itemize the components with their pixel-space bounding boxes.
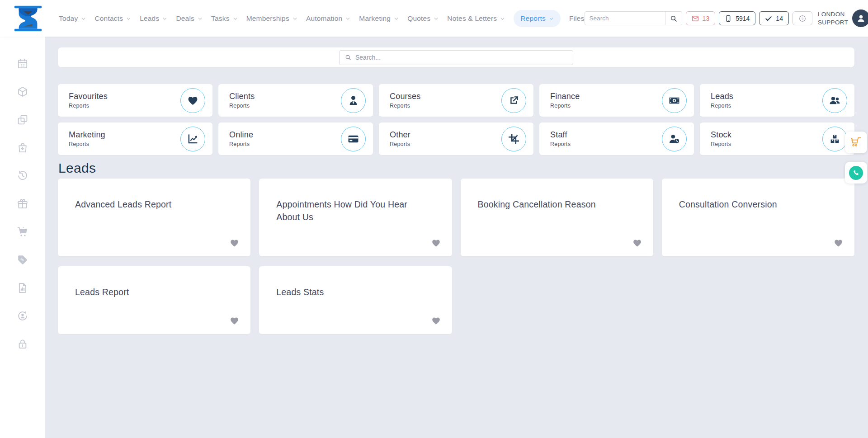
category-card-stock[interactable]: Stock Reports	[700, 122, 854, 155]
category-title: Courses	[390, 92, 501, 101]
report-card-advanced-leads-report[interactable]: Advanced Leads Report	[58, 179, 250, 256]
nav-item-automation[interactable]: Automation	[306, 14, 350, 23]
tasks-badge[interactable]: 14	[759, 11, 789, 25]
favourite-heart-button[interactable]	[632, 238, 642, 248]
sidebar-item-calendar[interactable]	[17, 58, 28, 70]
category-icon-circle	[180, 127, 205, 151]
report-card-consultation-conversion[interactable]: Consultation Conversion	[662, 179, 854, 256]
category-subtitle: Reports	[390, 103, 501, 109]
category-card-staff[interactable]: Staff Reports	[539, 122, 694, 155]
category-card-finance[interactable]: Finance Reports	[539, 84, 694, 117]
report-card-booking-cancellation-reason[interactable]: Booking Cancellation Reason	[461, 179, 653, 256]
sidebar-item-gift[interactable]	[17, 198, 28, 210]
heart-icon	[632, 238, 642, 248]
category-icon-circle	[341, 88, 366, 113]
category-title: Staff	[550, 130, 662, 140]
messages-badge[interactable]: 13	[686, 11, 716, 25]
user-menu[interactable]: LONDON SUPPORT	[818, 9, 868, 27]
sidebar-item-history[interactable]	[17, 170, 28, 182]
chevron-down-icon	[162, 16, 167, 21]
category-title: Marketing	[69, 130, 180, 140]
report-list: Advanced Leads Report Appointments How D…	[58, 179, 854, 334]
category-subtitle: Reports	[229, 103, 341, 109]
cube-icon	[17, 86, 28, 98]
favourite-heart-button[interactable]	[230, 316, 239, 325]
nav-item-quotes[interactable]: Quotes	[407, 14, 439, 23]
lock-icon	[17, 338, 28, 350]
sidebar-item-report-document[interactable]	[17, 282, 28, 294]
category-icon-circle	[501, 127, 526, 151]
nav-item-contacts[interactable]: Contacts	[94, 14, 131, 23]
sidebar-item-lock[interactable]	[17, 338, 28, 350]
sidebar-item-price-tag[interactable]	[17, 254, 28, 266]
header-search-button[interactable]	[665, 12, 682, 25]
content-search-input[interactable]	[355, 54, 567, 61]
category-card-favourites[interactable]: Favourites Reports	[58, 84, 212, 117]
report-card-leads-report[interactable]: Leads Report	[58, 266, 250, 334]
nav-item-label: Contacts	[94, 14, 123, 23]
chevron-down-icon	[292, 16, 297, 21]
nav-item-files[interactable]: Files	[569, 14, 585, 23]
category-title: Finance	[550, 92, 662, 101]
phone-circle	[849, 166, 863, 180]
app-logo[interactable]	[12, 5, 44, 32]
sidebar-item-cart[interactable]	[17, 226, 28, 238]
favourite-heart-button[interactable]	[431, 316, 441, 325]
header-search	[585, 11, 682, 25]
report-title: Appointments How Did You Hear About Us	[276, 198, 433, 223]
sidebar-item-copy[interactable]	[17, 114, 28, 126]
boxes-icon	[829, 133, 840, 145]
gift-icon	[17, 198, 28, 210]
nav-item-label: Notes & Letters	[447, 14, 497, 23]
category-card-courses[interactable]: Courses Reports	[379, 84, 533, 117]
category-title: Favourites	[69, 92, 180, 101]
nav-item-tasks[interactable]: Tasks	[211, 14, 238, 23]
help-button[interactable]	[793, 11, 812, 25]
report-card-appointments-how-did-you-hear-about-us[interactable]: Appointments How Did You Hear About Us	[259, 179, 452, 256]
category-subtitle: Reports	[711, 141, 822, 147]
content-search-panel	[58, 47, 854, 67]
phone-button[interactable]	[845, 162, 867, 184]
calls-badge[interactable]: 5914	[719, 11, 755, 25]
nav-item-label: Files	[569, 14, 585, 23]
category-card-marketing[interactable]: Marketing Reports	[58, 122, 212, 155]
nav-item-label: Marketing	[359, 14, 391, 23]
category-subtitle: Reports	[550, 141, 662, 147]
report-category-grid: Favourites Reports Clients Reports Cours…	[58, 84, 854, 155]
category-icon-circle	[822, 88, 847, 113]
user-tie-icon	[348, 95, 359, 106]
category-card-other[interactable]: Other Reports	[379, 122, 533, 155]
header-search-input[interactable]	[585, 15, 665, 22]
sidebar-item-shopping-bag[interactable]	[17, 142, 28, 154]
nav-item-label: Reports	[520, 14, 546, 23]
category-subtitle: Reports	[550, 103, 662, 109]
category-card-clients[interactable]: Clients Reports	[218, 84, 373, 117]
favourite-heart-button[interactable]	[230, 238, 239, 248]
nav-item-label: Quotes	[407, 14, 430, 23]
nav-item-memberships[interactable]: Memberships	[246, 14, 297, 23]
price-tag-icon	[17, 254, 28, 266]
category-subtitle: Reports	[711, 103, 822, 109]
category-card-online[interactable]: Online Reports	[218, 122, 373, 155]
sidebar-item-cube[interactable]	[17, 86, 28, 98]
nav-item-leads[interactable]: Leads	[140, 14, 167, 23]
favourite-heart-button[interactable]	[431, 238, 441, 248]
nav-item-marketing[interactable]: Marketing	[359, 14, 399, 23]
nav-item-reports[interactable]: Reports	[514, 10, 561, 27]
nav-item-deals[interactable]: Deals	[176, 14, 203, 23]
category-card-leads[interactable]: Leads Reports	[700, 84, 854, 117]
external-link-icon	[508, 95, 519, 106]
cart-button[interactable]	[845, 132, 867, 153]
chevron-down-icon	[233, 16, 238, 21]
heart-icon	[230, 316, 239, 325]
category-title: Stock	[711, 130, 822, 140]
report-title: Booking Cancellation Reason	[478, 198, 634, 211]
sidebar-item-user-sync[interactable]	[17, 310, 28, 322]
favourite-heart-button[interactable]	[834, 238, 843, 248]
hourglass-logo-icon	[12, 5, 44, 32]
nav-item-notes-letters[interactable]: Notes & Letters	[447, 14, 505, 23]
nav-item-today[interactable]: Today	[59, 14, 86, 23]
users-icon	[829, 95, 840, 106]
report-card-leads-stats[interactable]: Leads Stats	[259, 266, 452, 334]
report-title: Consultation Conversion	[679, 198, 835, 211]
